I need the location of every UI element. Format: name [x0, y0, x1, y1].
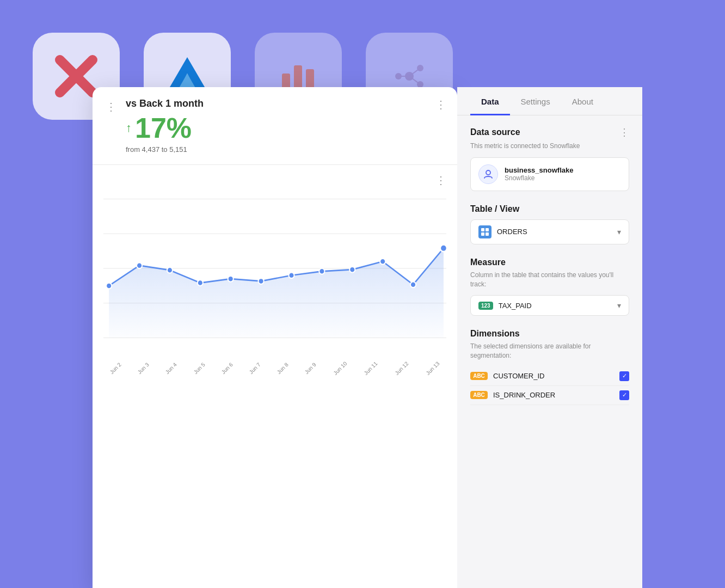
svg-point-37	[486, 170, 490, 175]
data-source-description: This metric is connected to Snowflake	[470, 142, 629, 151]
dim-checkbox-drink[interactable]: ✓	[619, 390, 629, 400]
metric-percent: 17%	[135, 114, 192, 142]
svg-point-35	[410, 281, 416, 287]
svg-point-25	[106, 283, 112, 289]
x-label-jun11: Jun 11	[363, 360, 379, 376]
x-label-jun3: Jun 3	[137, 362, 150, 375]
svg-point-26	[137, 262, 142, 268]
chart-svg	[103, 176, 446, 361]
measure-chevron: ▾	[617, 301, 621, 310]
svg-point-30	[259, 278, 264, 284]
svg-rect-41	[486, 232, 489, 236]
table-view-title: Table / View	[470, 204, 629, 214]
metric-value-row: ↑ 17%	[126, 114, 444, 142]
main-container: ⋮ vs Back 1 month ↑ 17% from 4,437 to 5,…	[93, 87, 725, 588]
svg-point-33	[349, 267, 355, 273]
svg-point-36	[440, 244, 446, 252]
tab-about[interactable]: About	[561, 87, 604, 115]
measure-label: TAX_PAID	[499, 302, 612, 310]
dim-badge-drink: ABC	[470, 391, 488, 399]
x-label-jun13: Jun 13	[425, 360, 440, 376]
tabs-bar: Data Settings About	[457, 87, 642, 115]
dimension-item-drink: ABC IS_DRINK_ORDER ✓	[470, 386, 629, 405]
x-label-jun10: Jun 10	[332, 360, 348, 376]
svg-point-29	[228, 276, 234, 282]
x-label-jun4: Jun 4	[164, 362, 178, 375]
svg-line-12	[409, 76, 420, 84]
panel-content: Data source ⋮ This metric is connected t…	[457, 115, 642, 588]
dimensions-section: Dimensions The selected dimensions are a…	[470, 329, 629, 405]
svg-rect-38	[481, 228, 484, 231]
svg-point-28	[198, 280, 203, 286]
x-label-jun2: Jun 2	[109, 362, 122, 375]
measure-section: Measure Column in the table that contain…	[470, 258, 629, 316]
svg-point-32	[319, 268, 324, 274]
measure-description: Column in the table that contains the va…	[470, 271, 629, 289]
x-label-jun5: Jun 5	[192, 362, 206, 375]
chart-x-labels: Jun 2 Jun 3 Jun 4 Jun 5 Jun 6 Jun 7 Jun …	[103, 361, 446, 371]
table-view-chevron: ▾	[617, 228, 621, 236]
data-source-info: business_snowflake Snowflake	[505, 166, 621, 182]
measure-title: Measure	[470, 258, 629, 267]
chart-panel: ⋮ vs Back 1 month ↑ 17% from 4,437 to 5,…	[93, 87, 457, 588]
right-panel: Data Settings About Data source ⋮ This m…	[457, 87, 642, 588]
svg-line-11	[409, 68, 420, 76]
table-view-label: ORDERS	[497, 228, 612, 236]
x-label-jun6: Jun 6	[220, 362, 234, 375]
tab-settings[interactable]: Settings	[510, 87, 561, 115]
measure-badge: 123	[478, 302, 493, 310]
chart-area: ⋮	[93, 165, 457, 588]
dim-label-drink: IS_DRINK_ORDER	[493, 391, 614, 399]
data-source-section: Data source ⋮ This metric is connected t…	[470, 126, 629, 191]
dim-badge-customer: ABC	[470, 372, 488, 380]
x-label-jun7: Jun 7	[248, 362, 262, 375]
metric-dots-right[interactable]: ⋮	[435, 98, 446, 111]
data-source-header: Data source ⋮	[470, 126, 629, 138]
data-source-avatar	[478, 164, 498, 184]
dimension-item-customer: ABC CUSTOMER_ID ✓	[470, 367, 629, 386]
metric-dots-left[interactable]: ⋮	[106, 100, 117, 113]
svg-rect-39	[486, 228, 489, 231]
table-view-section: Table / View ORDERS ▾	[470, 204, 629, 244]
dimensions-title: Dimensions	[470, 329, 629, 339]
svg-marker-24	[109, 248, 444, 338]
dimensions-description: The selected dimensions are available fo…	[470, 342, 629, 360]
svg-point-34	[380, 259, 385, 265]
dim-checkbox-customer[interactable]: ✓	[619, 371, 629, 381]
data-source-card: business_snowflake Snowflake	[470, 157, 629, 191]
svg-point-31	[288, 272, 294, 278]
data-source-name: business_snowflake	[505, 166, 621, 174]
metric-content: vs Back 1 month ↑ 17% from 4,437 to 5,15…	[126, 98, 444, 154]
metric-arrow: ↑	[126, 121, 132, 135]
svg-rect-40	[481, 232, 484, 236]
chart-svg-wrapper	[103, 176, 446, 361]
data-source-title: Data source	[470, 127, 520, 137]
x-label-jun8: Jun 8	[276, 362, 290, 375]
x-label-jun12: Jun 12	[394, 360, 410, 376]
metric-subtitle: from 4,437 to 5,151	[126, 145, 444, 154]
x-label-jun9: Jun 9	[304, 362, 317, 375]
tab-data[interactable]: Data	[470, 87, 510, 115]
measure-dropdown[interactable]: 123 TAX_PAID ▾	[470, 295, 629, 316]
table-view-icon	[478, 225, 491, 238]
svg-point-27	[167, 267, 173, 273]
data-source-dots[interactable]: ⋮	[619, 126, 629, 138]
table-view-dropdown[interactable]: ORDERS ▾	[470, 219, 629, 244]
metric-title: vs Back 1 month	[126, 98, 444, 109]
metric-card: ⋮ vs Back 1 month ↑ 17% from 4,437 to 5,…	[93, 87, 457, 165]
data-source-type: Snowflake	[505, 174, 621, 182]
dim-label-customer: CUSTOMER_ID	[493, 372, 614, 380]
